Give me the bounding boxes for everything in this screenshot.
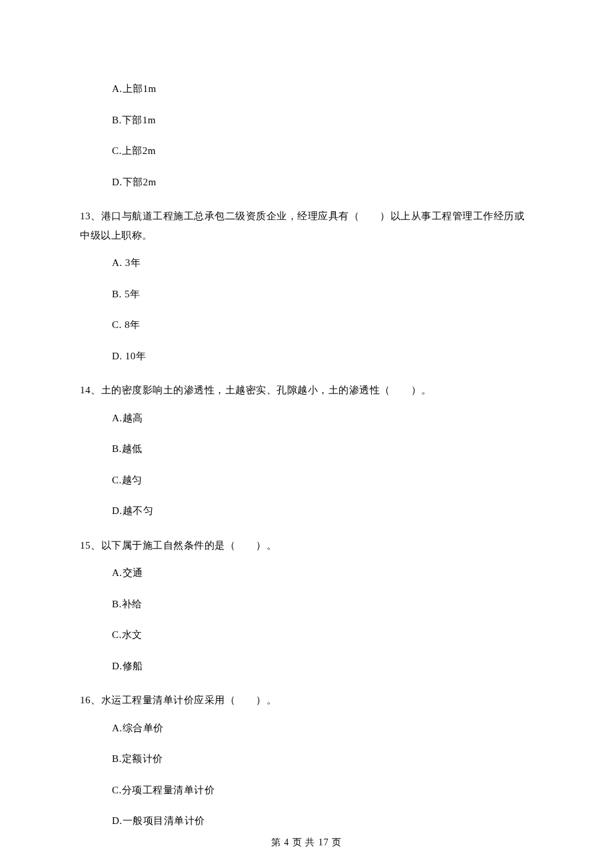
q15-option-C: C.水文 (80, 619, 533, 651)
q14-option-A: A.越高 (80, 403, 533, 434)
document-page: A.上部1m B.下部1m C.上部2m D.下部2m 13、港口与航道工程施工… (0, 0, 613, 868)
q16-option-D: D.一般项目清单计价 (80, 805, 533, 837)
q12-option-C: C.上部2m (80, 135, 533, 167)
q13-option-A: A. 3年 (80, 247, 533, 279)
q16-option-A: A.综合单价 (80, 713, 533, 744)
q16-option-B: B.定额计价 (80, 743, 533, 775)
q13-option-D: D. 10年 (80, 341, 533, 372)
page-footer: 第 4 页 共 17 页 (0, 835, 613, 849)
q15-option-A: A.交通 (80, 557, 533, 589)
q12-option-B: B.下部1m (80, 105, 533, 136)
q14-option-C: C.越匀 (80, 465, 533, 496)
q15-option-B: B.补给 (80, 589, 533, 620)
q14-stem: 14、土的密度影响土的渗透性，土越密实、孔隙越小，土的渗透性（ ）。 (80, 371, 533, 403)
q12-option-A: A.上部1m (80, 73, 533, 105)
q15-option-D: D.修船 (80, 651, 533, 682)
q15-stem: 15、以下属于施工自然条件的是（ ）。 (80, 527, 533, 558)
q14-option-B: B.越低 (80, 433, 533, 465)
q13-option-B: B. 5年 (80, 279, 533, 310)
q13-stem: 13、港口与航道工程施工总承包二级资质企业，经理应具有（ ）以上从事工程管理工作… (80, 197, 533, 247)
q12-option-D: D.下部2m (80, 167, 533, 198)
q14-option-D: D.越不匀 (80, 495, 533, 527)
q16-option-C: C.分项工程量清单计价 (80, 775, 533, 806)
q13-option-C: C. 8年 (80, 309, 533, 341)
q16-stem: 16、水运工程量清单计价应采用（ ）。 (80, 681, 533, 713)
